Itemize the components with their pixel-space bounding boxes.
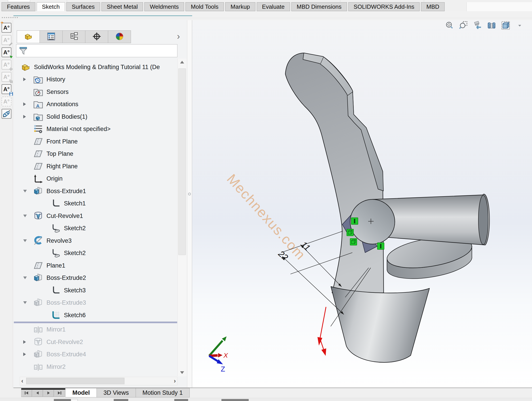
annotation-apply-button[interactable]: A° (2, 47, 11, 57)
vertical-scroll-thumb[interactable] (178, 68, 186, 255)
document-tab-model[interactable]: Model (65, 388, 97, 397)
tree-item-sketch1[interactable]: Sketch1 (14, 197, 177, 210)
annotation-save-button[interactable]: A° (2, 84, 11, 94)
ribbon-tab-mbd-dimensions[interactable]: MBD Dimensions (291, 2, 347, 11)
ribbon-tab-sheet-metal[interactable]: Sheet Metal (101, 2, 143, 11)
ribbon-tab-mold-tools[interactable]: Mold Tools (185, 2, 224, 11)
tree-item-cut-revolve1[interactable]: Cut-Revolve1 (14, 210, 177, 222)
collapse-arrow-icon[interactable] (23, 301, 27, 304)
vertical-relation-badge[interactable] (377, 243, 384, 249)
left-macro-toolbar: A°A°A°A°A°A°A° (0, 20, 13, 398)
boss-extrude-icon (33, 273, 43, 283)
tree-item-boss-extrude1[interactable]: Boss-Extrude1 (14, 185, 177, 197)
tree-item-cut-revolve2[interactable]: Cut-Revolve2 (14, 336, 177, 348)
tree-item-material-not-specified[interactable]: Material <not specified> (14, 123, 177, 135)
ribbon-tab-sketch[interactable]: Sketch (37, 2, 65, 11)
ribbon-tab-mbd[interactable]: MBD (421, 2, 445, 11)
tree-item-sketch2[interactable]: Sketch2 (14, 222, 177, 235)
tree-item-partial[interactable] (14, 373, 177, 376)
configuration-manager-tab[interactable] (62, 30, 85, 43)
tree-item-sketch6[interactable]: Sketch6 (14, 309, 177, 321)
scroll-down-arrow-icon[interactable] (180, 371, 184, 374)
tree-item-boss-extrude4[interactable]: Boss-Extrude4 (14, 348, 177, 361)
collapse-arrow-icon[interactable] (23, 190, 27, 192)
sketch-shared-icon (51, 223, 61, 233)
scroll-right-arrow-icon[interactable]: › (174, 377, 176, 384)
tree-item-history[interactable]: History (14, 73, 177, 86)
expand-arrow-icon[interactable] (23, 77, 26, 81)
annotation-stamp-button[interactable]: A° (2, 96, 11, 106)
expand-arrow-icon[interactable] (23, 115, 26, 118)
graphics-viewport[interactable]: Mechnexus.com (192, 20, 532, 388)
panel-splitter[interactable] (187, 20, 192, 388)
ribbon-tab-markup[interactable]: Markup (225, 2, 255, 11)
model-part[interactable] (285, 53, 489, 362)
vertical-relation-badge[interactable] (351, 218, 358, 224)
ribbon-tab-features[interactable]: Features (2, 2, 35, 11)
tree-item-revolve3[interactable]: Revolve3 (14, 235, 177, 247)
tree-vertical-scrollbar[interactable] (177, 58, 187, 376)
ribbon-tab-weldments[interactable]: Weldments (144, 2, 184, 11)
prev-tab-button[interactable] (32, 390, 43, 397)
feature-filter-input[interactable] (28, 45, 177, 56)
belt-chain-button[interactable] (2, 109, 11, 119)
rollback-bar[interactable] (14, 322, 177, 323)
ribbon-tab-surfaces[interactable]: Surfaces (66, 2, 100, 11)
featuremanager-part-icon (24, 32, 33, 42)
tree-item-boss-extrude2[interactable]: Boss-Extrude2 (14, 272, 177, 284)
annotation-clone-button[interactable]: A° (2, 72, 11, 82)
first-tab-button[interactable] (21, 390, 32, 397)
tree-horizontal-scrollbar[interactable]: ‹ › (20, 377, 177, 385)
tree-root-item[interactable]: SolidWorks Modeling & Drafting Tutorial … (14, 61, 177, 73)
coincident-relation-badge[interactable] (347, 229, 354, 236)
toolbar-grip-dots[interactable] (2, 17, 18, 18)
tree-item-right-plane[interactable]: Right Plane (14, 160, 177, 172)
cut-revolve-gray-icon (33, 337, 43, 347)
featuremanager-tab-row (17, 30, 131, 43)
tree-item-plane1[interactable]: Plane1 (14, 259, 177, 272)
featuremanager-part-tab[interactable] (17, 30, 40, 43)
collapse-arrow-icon[interactable] (23, 215, 27, 217)
scroll-left-arrow-icon[interactable]: ‹ (21, 377, 23, 384)
display-manager-tab[interactable] (108, 30, 131, 43)
model-lower-cylinder (331, 286, 430, 362)
horizontal-scroll-thumb[interactable] (26, 378, 124, 384)
collapse-arrow-icon[interactable] (23, 276, 27, 279)
ribbon-tab-evaluate[interactable]: Evaluate (257, 2, 290, 11)
annotation-edit-button[interactable]: A° (2, 35, 11, 45)
sketch-origin-marker[interactable] (318, 307, 326, 355)
tree-item-top-plane[interactable]: Top Plane (14, 148, 177, 160)
expand-arrow-icon[interactable] (23, 352, 26, 356)
tree-item-origin[interactable]: Origin (14, 172, 177, 185)
splitter-grip[interactable] (188, 193, 191, 195)
scroll-up-arrow-icon[interactable] (180, 61, 184, 64)
tree-item-mirror2[interactable]: Mirror2 (14, 361, 177, 373)
tree-item-solid-bodies-1[interactable]: Solid Bodies(1) (14, 110, 177, 123)
annotation-new-button[interactable]: A° (2, 23, 11, 33)
expand-arrow-icon[interactable] (23, 102, 26, 106)
tree-item-annotations[interactable]: AAnnotations (14, 98, 177, 111)
featuremanager-panel: › SolidWorks Modeling & Drafting Tutoria… (13, 20, 187, 388)
tree-item-mirror1[interactable]: Mirror1 (14, 324, 177, 336)
expand-arrow-icon[interactable] (23, 340, 26, 344)
dimxpert-manager-tab[interactable] (85, 30, 108, 43)
collapse-arrow-icon[interactable] (23, 239, 27, 242)
document-tab-motion-study-1[interactable]: Motion Study 1 (136, 388, 190, 397)
triad-y-axis (222, 336, 227, 341)
tree-item-sketch3[interactable]: Sketch3 (14, 284, 177, 297)
ribbon-tab-solidworks-add-ins[interactable]: SOLIDWORKS Add-Ins (348, 2, 420, 11)
last-tab-button[interactable] (54, 390, 65, 397)
annotation-apply-icon: A° (3, 50, 10, 55)
boss-extrude-gray-icon (33, 298, 43, 308)
tree-item-boss-extrude3[interactable]: Boss-Extrude3 (14, 297, 177, 309)
tree-item-sketch2[interactable]: Sketch2 (14, 247, 177, 260)
property-manager-tab[interactable] (39, 30, 63, 43)
tree-item-sensors[interactable]: Sensors (14, 86, 177, 98)
panel-flyout-arrow[interactable]: › (177, 32, 180, 41)
tree-item-label: Revolve3 (46, 237, 72, 244)
annotation-add-button[interactable]: A° (2, 60, 11, 70)
next-tab-button[interactable] (43, 390, 54, 397)
coincident-relation-badge[interactable] (350, 238, 357, 245)
document-tab-3d-views[interactable]: 3D Views (96, 388, 136, 397)
tree-item-front-plane[interactable]: Front Plane (14, 135, 177, 148)
